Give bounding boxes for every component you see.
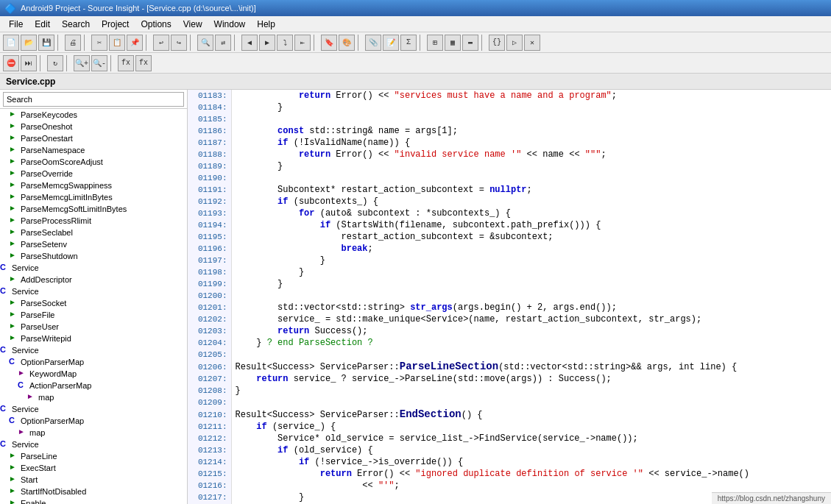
break-button[interactable]: ⛔ — [3, 55, 19, 71]
sym-button[interactable]: Σ — [400, 35, 417, 51]
sidebar-item-25[interactable]: CService — [0, 403, 187, 415]
code-line-21[interactable]: } ? end ParseSection ? — [232, 337, 831, 349]
code-line-17[interactable] — [232, 290, 831, 302]
menu-help[interactable]: Help — [251, 18, 281, 31]
cut-button[interactable]: ✂ — [91, 35, 107, 51]
run-button[interactable]: ▷ — [506, 35, 523, 51]
split-button[interactable]: ▬ — [462, 35, 478, 51]
code-line-10[interactable]: for (auto& subcontext : *subcontexts_) { — [232, 207, 831, 219]
sidebar-item-15[interactable]: CService — [0, 285, 187, 297]
sidebar-item-7[interactable]: ►ParseMemcgLimitInBytes — [0, 191, 187, 203]
sidebar-item-32[interactable]: ►StartIfNotDisabled — [0, 486, 187, 497]
sidebar-item-9[interactable]: ►ParseProcessRlimit — [0, 215, 187, 227]
code-line-20[interactable]: return Success(); — [232, 325, 831, 337]
menu-project[interactable]: Project — [96, 18, 135, 31]
code-line-5[interactable]: return Error() << "invalid service name … — [232, 149, 831, 160]
sidebar-item-16[interactable]: ►ParseSocket — [0, 297, 187, 309]
code-line-6[interactable]: } — [232, 160, 831, 172]
close-pane-button[interactable]: ✕ — [524, 35, 540, 51]
save-button[interactable]: 💾 — [38, 35, 54, 51]
code-line-33[interactable]: << "'"; — [232, 480, 831, 491]
search-button[interactable]: 🔍 — [197, 35, 213, 51]
sidebar-item-1[interactable]: ►ParseOneshot — [0, 121, 187, 132]
bookmark-button[interactable]: 🔖 — [321, 35, 337, 51]
menu-window[interactable]: Window — [208, 18, 252, 31]
sidebar-item-31[interactable]: ►Start — [0, 474, 187, 486]
menu-search[interactable]: Search — [56, 18, 96, 31]
code-line-28[interactable]: if (service_) { — [232, 421, 831, 433]
zoom-out-button[interactable]: 🔍- — [91, 55, 107, 71]
code-line-1[interactable]: } — [232, 102, 831, 113]
sidebar-item-6[interactable]: ►ParseMemcgSwappiness — [0, 180, 187, 191]
paste-button[interactable]: 📌 — [127, 35, 143, 51]
sidebar-item-27[interactable]: ►map — [0, 427, 187, 439]
sidebar-item-17[interactable]: ►ParseFile — [0, 309, 187, 321]
code-line-25[interactable]: } — [232, 385, 831, 397]
highlight-button[interactable]: 🎨 — [339, 35, 355, 51]
sidebar-item-19[interactable]: ►ParseWritepid — [0, 333, 187, 344]
code-line-11[interactable]: if (StartsWith(filename, subcontext.path… — [232, 219, 831, 231]
code-line-4[interactable]: if (!IsValidName(name)) { — [232, 137, 831, 149]
sidebar-item-29[interactable]: ►ParseLine — [0, 450, 187, 462]
code-line-31[interactable]: if (!service_->is_override()) { — [232, 456, 831, 468]
sidebar-item-21[interactable]: COptionParserMap — [0, 356, 187, 368]
sidebar-item-30[interactable]: ►ExecStart — [0, 462, 187, 474]
sidebar-item-14[interactable]: ►AddDescriptor — [0, 274, 187, 285]
home-button[interactable]: ⇤ — [294, 35, 311, 51]
sidebar-item-13[interactable]: CService — [0, 262, 187, 274]
code-line-27[interactable]: Result<Success> ServiceParser::EndSectio… — [232, 408, 831, 421]
sidebar-item-8[interactable]: ►ParseMemcgSoftLimitInBytes — [0, 203, 187, 215]
menu-view[interactable]: View — [177, 18, 208, 31]
menu-options[interactable]: Options — [135, 18, 177, 31]
code-line-15[interactable]: } — [232, 266, 831, 278]
code-line-29[interactable]: Service* old_service = service_list_->Fi… — [232, 433, 831, 444]
jump-button[interactable]: ⤵ — [277, 35, 293, 51]
code-line-24[interactable]: return service_ ? service_->ParseLine(st… — [232, 373, 831, 385]
code-line-9[interactable]: if (subcontexts_) { — [232, 196, 831, 207]
sidebar-item-28[interactable]: CService — [0, 439, 187, 450]
menu-file[interactable]: File — [3, 18, 29, 31]
sidebar-item-3[interactable]: ►ParseNamespace — [0, 144, 187, 156]
ref-button[interactable]: 📎 — [365, 35, 381, 51]
code-line-13[interactable]: break; — [232, 243, 831, 255]
code-line-22[interactable] — [232, 349, 831, 361]
code-line-0[interactable]: return Error() << "services must have a … — [232, 90, 831, 102]
sidebar-item-33[interactable]: ►Enable — [0, 497, 187, 504]
code-line-30[interactable]: if (old_service) { — [232, 444, 831, 456]
menu-edit[interactable]: Edit — [29, 18, 56, 31]
sidebar-item-12[interactable]: ►ParseShutdown — [0, 250, 187, 262]
code-line-12[interactable]: restart_action_subcontext = &subcontext; — [232, 231, 831, 243]
sidebar-item-10[interactable]: ►ParseSeclabel — [0, 227, 187, 238]
code-line-14[interactable]: } — [232, 255, 831, 266]
sidebar-item-22[interactable]: ►KeywordMap — [0, 368, 187, 380]
code-line-2[interactable] — [232, 113, 831, 125]
sync-button[interactable]: ↻ — [47, 55, 63, 71]
next-button[interactable]: ▶ — [259, 35, 275, 51]
new-file-button[interactable]: 📄 — [3, 35, 19, 51]
sidebar-item-0[interactable]: ►ParseKeycodes — [0, 109, 187, 121]
sidebar-item-23[interactable]: CActionParserMap — [0, 380, 187, 391]
sidebar-item-5[interactable]: ►ParseOverride — [0, 168, 187, 180]
redo-button[interactable]: ↪ — [171, 35, 187, 51]
sidebar-item-18[interactable]: ►ParseUser — [0, 321, 187, 333]
copy-button[interactable]: 📋 — [109, 35, 125, 51]
step-button[interactable]: ⏭ — [21, 55, 37, 71]
pane-button[interactable]: ▦ — [445, 35, 461, 51]
search-input[interactable] — [3, 92, 184, 107]
code-line-32[interactable]: return Error() << "ignored duplicate def… — [232, 468, 831, 480]
def-button[interactable]: 📝 — [383, 35, 399, 51]
macro-button[interactable]: {} — [489, 35, 505, 51]
zoom-in-button[interactable]: 🔍+ — [74, 55, 90, 71]
code-line-16[interactable]: } — [232, 278, 831, 290]
code-line-3[interactable]: const std::string& name = args[1]; — [232, 125, 831, 137]
code-line-26[interactable] — [232, 397, 831, 408]
code-line-19[interactable]: service_ = std::make_unique<Service>(nam… — [232, 313, 831, 325]
grid-button[interactable]: ⊞ — [427, 35, 443, 51]
fn-b-button[interactable]: fx — [135, 55, 152, 71]
sidebar-item-2[interactable]: ►ParseOnestart — [0, 132, 187, 144]
code-line-7[interactable] — [232, 172, 831, 184]
sidebar-item-26[interactable]: COptionParserMap — [0, 415, 187, 427]
open-button[interactable]: 📂 — [21, 35, 37, 51]
sidebar-item-4[interactable]: ►ParseOomScoreAdjust — [0, 156, 187, 168]
code-area[interactable]: 01183: return Error() << "services must … — [188, 90, 831, 504]
